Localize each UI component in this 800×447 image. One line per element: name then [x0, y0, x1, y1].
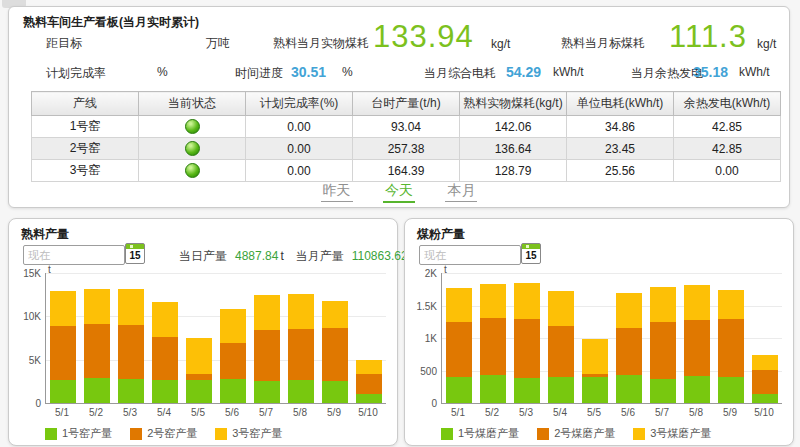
cell-line: 1号窑 [32, 116, 139, 138]
metric-time-progress-label: 时间进度 [235, 65, 283, 82]
bar-segment-2号窑产量[interactable] [186, 374, 212, 381]
legend-item[interactable]: 3号窑产量 [215, 426, 282, 441]
bar-segment-3号煤磨产量[interactable] [514, 283, 540, 319]
bar-segment-1号窑产量[interactable] [50, 380, 76, 403]
bar-segment-3号窑产量[interactable] [152, 302, 178, 338]
bar-segment-3号窑产量[interactable] [118, 289, 144, 325]
x-tick-label: 5/1 [441, 407, 475, 418]
bar-segment-2号煤磨产量[interactable] [684, 320, 710, 375]
bar-segment-2号窑产量[interactable] [322, 328, 348, 381]
tab-today[interactable]: 今天 [383, 182, 415, 203]
legend-item[interactable]: 2号窑产量 [130, 426, 197, 441]
bar-segment-2号窑产量[interactable] [288, 329, 314, 380]
bar-segment-3号煤磨产量[interactable] [480, 284, 506, 318]
coal-panel-title: 煤粉产量 [417, 226, 465, 243]
bar-segment-1号煤磨产量[interactable] [480, 375, 506, 403]
panel-title: 熟料车间生产看板(当月实时累计) [23, 14, 199, 31]
col-header-hourly-output: 台时产量(t/h) [353, 92, 460, 116]
bar-segment-2号煤磨产量[interactable] [514, 319, 540, 378]
y-axis-unit: t [48, 264, 51, 275]
metric-target-gap-label: 距目标 [46, 35, 82, 52]
bar-segment-3号煤磨产量[interactable] [752, 355, 778, 370]
tab-this-month[interactable]: 本月 [445, 182, 477, 202]
bar-segment-3号煤磨产量[interactable] [684, 285, 710, 320]
bar-segment-1号窑产量[interactable] [186, 380, 212, 403]
bar-segment-3号窑产量[interactable] [186, 338, 212, 374]
legend-item[interactable]: 1号窑产量 [45, 426, 112, 441]
bar-segment-2号窑产量[interactable] [118, 325, 144, 379]
bar-segment-2号煤磨产量[interactable] [650, 322, 676, 379]
clinker-totals: 当日产量4887.84t当月产量110863.62t [179, 248, 425, 265]
tab-yesterday[interactable]: 昨天 [321, 182, 353, 202]
cell-power: 34.86 [567, 116, 674, 138]
bar-segment-1号窑产量[interactable] [152, 380, 178, 403]
y-tick-label: 2K [425, 268, 437, 279]
bar-segment-2号窑产量[interactable] [152, 337, 178, 380]
bar-segment-3号煤磨产量[interactable] [446, 288, 472, 322]
bar-segment-2号窑产量[interactable] [356, 374, 382, 395]
bar-segment-3号煤磨产量[interactable] [548, 291, 574, 325]
legend-item[interactable]: 3号煤磨产量 [633, 426, 711, 441]
legend-label: 2号煤磨产量 [554, 426, 615, 441]
bar-segment-3号窑产量[interactable] [322, 301, 348, 329]
y-axis: 05K10K15K [11, 273, 43, 403]
bar-segment-2号窑产量[interactable] [254, 330, 280, 381]
bar-segment-1号窑产量[interactable] [254, 381, 280, 403]
bar-segment-1号煤磨产量[interactable] [446, 377, 472, 403]
col-header-coal: 熟料实物煤耗(kg/t) [460, 92, 567, 116]
col-header-power: 单位电耗(kWh/t) [567, 92, 674, 116]
bar-segment-3号煤磨产量[interactable] [582, 339, 608, 374]
y-axis: 05001K1.5K2K [407, 273, 439, 403]
metric-plan-rate-unit: % [157, 65, 168, 79]
bar-segment-1号煤磨产量[interactable] [752, 394, 778, 403]
bar-segment-2号煤磨产量[interactable] [582, 374, 608, 377]
bar-segment-1号煤磨产量[interactable] [548, 377, 574, 403]
cell-hourly-output: 257.38 [353, 138, 460, 160]
bar-segment-2号窑产量[interactable] [50, 326, 76, 380]
bar-segment-3号煤磨产量[interactable] [650, 287, 676, 322]
bar-segment-2号煤磨产量[interactable] [616, 328, 642, 375]
bar-segment-3号窑产量[interactable] [356, 360, 382, 374]
bar-segment-1号煤磨产量[interactable] [514, 378, 540, 403]
legend-item[interactable]: 1号煤磨产量 [441, 426, 519, 441]
bar-segment-3号窑产量[interactable] [288, 294, 314, 330]
metric-power-unit: kWh/t [553, 65, 584, 79]
bar-segment-2号窑产量[interactable] [84, 324, 110, 378]
bar-segment-2号煤磨产量[interactable] [718, 319, 744, 378]
coal-chart: 05001K1.5K2K t 5/15/25/35/45/55/65/75/85… [407, 271, 789, 423]
clinker-chart: 05K10K15K t 5/15/25/35/45/55/65/75/85/95… [11, 271, 393, 423]
bar-segment-3号窑产量[interactable] [254, 295, 280, 331]
bar-segment-1号煤磨产量[interactable] [582, 377, 608, 403]
legend-label: 1号窑产量 [62, 426, 112, 441]
bar-segment-2号煤磨产量[interactable] [548, 326, 574, 377]
bar-segment-3号窑产量[interactable] [84, 289, 110, 324]
bar-segment-3号煤磨产量[interactable] [718, 290, 744, 319]
bar-segment-1号煤磨产量[interactable] [718, 377, 744, 403]
legend-swatch [441, 428, 453, 440]
coal-date-input[interactable] [419, 245, 521, 265]
bar-segment-1号窑产量[interactable] [288, 380, 314, 403]
bar-segment-1号窑产量[interactable] [322, 381, 348, 403]
calendar-icon[interactable]: 15 [521, 243, 541, 264]
bar-segment-1号窑产量[interactable] [220, 379, 246, 403]
bar-segment-2号煤磨产量[interactable] [752, 370, 778, 394]
bar-segment-3号煤磨产量[interactable] [616, 293, 642, 327]
bar-segment-1号窑产量[interactable] [118, 379, 144, 403]
daily-output-label: 当日产量 [179, 249, 227, 263]
x-tick-label: 5/1 [45, 407, 79, 418]
bar-segment-2号煤磨产量[interactable] [446, 322, 472, 377]
bar-segment-1号煤磨产量[interactable] [684, 376, 710, 403]
legend-item[interactable]: 2号煤磨产量 [537, 426, 615, 441]
calendar-icon[interactable]: 15 [125, 243, 145, 264]
clinker-date-input[interactable] [23, 245, 125, 265]
bar-segment-3号窑产量[interactable] [220, 309, 246, 344]
bar-segment-2号窑产量[interactable] [220, 343, 246, 379]
metric-time-progress-value: 30.51 [291, 64, 326, 80]
bar-segment-2号煤磨产量[interactable] [480, 318, 506, 375]
bar-segment-1号窑产量[interactable] [356, 394, 382, 403]
table-row: 1号窑 0.00 93.04 142.06 34.86 42.85 [32, 116, 781, 138]
bar-segment-1号煤磨产量[interactable] [616, 375, 642, 403]
bar-segment-3号窑产量[interactable] [50, 291, 76, 326]
bar-segment-1号窑产量[interactable] [84, 378, 110, 403]
bar-segment-1号煤磨产量[interactable] [650, 379, 676, 403]
